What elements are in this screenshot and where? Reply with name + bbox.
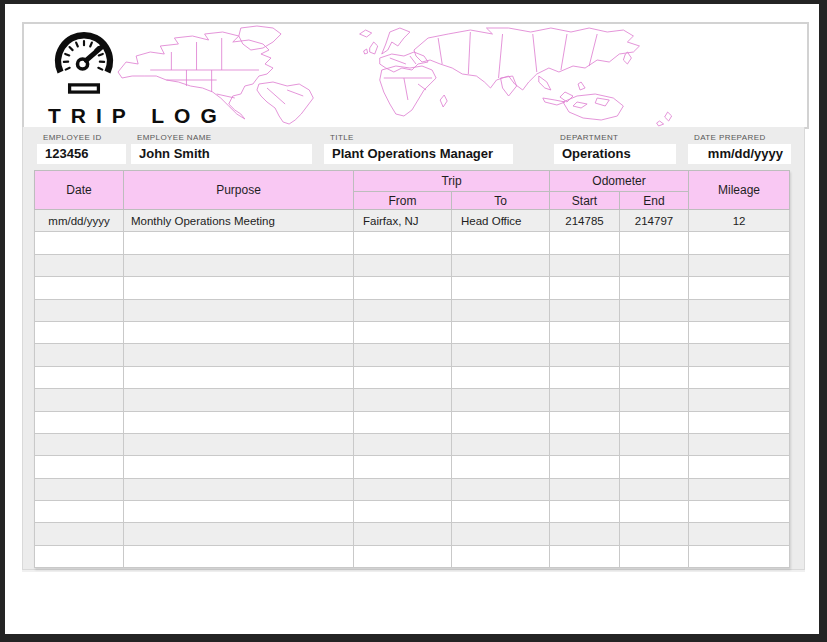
cell-start[interactable] — [550, 254, 620, 276]
cell-end[interactable] — [620, 344, 689, 366]
cell-to[interactable] — [452, 277, 550, 299]
cell-mileage[interactable] — [689, 277, 790, 299]
cell-mileage[interactable] — [689, 389, 790, 411]
cell-to[interactable] — [452, 433, 550, 455]
employee-name-input[interactable]: John Smith — [131, 144, 312, 164]
cell-date[interactable] — [35, 501, 124, 523]
cell-mileage[interactable] — [689, 523, 790, 545]
cell-to[interactable] — [452, 254, 550, 276]
cell-purpose[interactable] — [124, 277, 354, 299]
cell-to[interactable] — [452, 389, 550, 411]
cell-from[interactable] — [354, 321, 452, 343]
cell-date[interactable] — [35, 254, 124, 276]
cell-to[interactable] — [452, 523, 550, 545]
cell-mileage[interactable] — [689, 501, 790, 523]
cell-end[interactable] — [620, 456, 689, 478]
cell-end[interactable] — [620, 389, 689, 411]
cell-date[interactable] — [35, 344, 124, 366]
date-prepared-input[interactable]: mm/dd/yyyy — [688, 144, 791, 164]
cell-purpose[interactable] — [124, 433, 354, 455]
cell-mileage[interactable] — [689, 411, 790, 433]
cell-purpose[interactable] — [124, 478, 354, 500]
cell-purpose[interactable] — [124, 254, 354, 276]
cell-to[interactable] — [452, 366, 550, 388]
employee-id-input[interactable]: 123456 — [37, 144, 126, 164]
cell-mileage[interactable] — [689, 478, 790, 500]
cell-date[interactable] — [35, 411, 124, 433]
cell-end[interactable] — [620, 299, 689, 321]
cell-to[interactable] — [452, 478, 550, 500]
department-input[interactable]: Operations — [554, 144, 676, 164]
cell-from[interactable] — [354, 366, 452, 388]
cell-start[interactable] — [550, 411, 620, 433]
cell-to[interactable] — [452, 545, 550, 567]
cell-purpose[interactable] — [124, 299, 354, 321]
cell-to[interactable] — [452, 501, 550, 523]
cell-start[interactable] — [550, 299, 620, 321]
cell-from[interactable] — [354, 411, 452, 433]
cell-purpose[interactable] — [124, 545, 354, 567]
cell-start[interactable] — [550, 478, 620, 500]
cell-start[interactable] — [550, 456, 620, 478]
cell-from[interactable] — [354, 277, 452, 299]
cell-end[interactable] — [620, 232, 689, 254]
cell-to[interactable] — [452, 456, 550, 478]
cell-end[interactable] — [620, 366, 689, 388]
cell-date[interactable]: mm/dd/yyyy — [35, 210, 124, 232]
cell-from[interactable] — [354, 344, 452, 366]
cell-purpose[interactable] — [124, 321, 354, 343]
cell-from[interactable] — [354, 456, 452, 478]
cell-start[interactable] — [550, 523, 620, 545]
cell-end[interactable]: 214797 — [620, 210, 689, 232]
cell-purpose[interactable] — [124, 523, 354, 545]
cell-mileage[interactable] — [689, 456, 790, 478]
cell-date[interactable] — [35, 232, 124, 254]
cell-purpose[interactable] — [124, 501, 354, 523]
cell-start[interactable]: 214785 — [550, 210, 620, 232]
cell-purpose[interactable] — [124, 389, 354, 411]
cell-to[interactable]: Head Office — [452, 210, 550, 232]
cell-to[interactable] — [452, 344, 550, 366]
cell-date[interactable] — [35, 277, 124, 299]
cell-from[interactable] — [354, 523, 452, 545]
title-input[interactable]: Plant Operations Manager — [324, 144, 513, 164]
cell-from[interactable] — [354, 501, 452, 523]
cell-mileage[interactable] — [689, 299, 790, 321]
cell-purpose[interactable]: Monthly Operations Meeting — [124, 210, 354, 232]
cell-start[interactable] — [550, 232, 620, 254]
cell-end[interactable] — [620, 478, 689, 500]
cell-date[interactable] — [35, 366, 124, 388]
cell-date[interactable] — [35, 523, 124, 545]
cell-start[interactable] — [550, 501, 620, 523]
cell-start[interactable] — [550, 321, 620, 343]
cell-from[interactable] — [354, 545, 452, 567]
cell-purpose[interactable] — [124, 456, 354, 478]
cell-start[interactable] — [550, 433, 620, 455]
cell-start[interactable] — [550, 545, 620, 567]
cell-from[interactable] — [354, 433, 452, 455]
cell-end[interactable] — [620, 277, 689, 299]
cell-mileage[interactable] — [689, 232, 790, 254]
cell-from[interactable] — [354, 299, 452, 321]
cell-end[interactable] — [620, 501, 689, 523]
cell-purpose[interactable] — [124, 344, 354, 366]
cell-end[interactable] — [620, 254, 689, 276]
cell-end[interactable] — [620, 411, 689, 433]
cell-mileage[interactable] — [689, 433, 790, 455]
cell-to[interactable] — [452, 232, 550, 254]
cell-date[interactable] — [35, 299, 124, 321]
cell-from[interactable] — [354, 389, 452, 411]
cell-mileage[interactable]: 12 — [689, 210, 790, 232]
cell-end[interactable] — [620, 433, 689, 455]
cell-date[interactable] — [35, 545, 124, 567]
cell-date[interactable] — [35, 321, 124, 343]
cell-start[interactable] — [550, 366, 620, 388]
cell-end[interactable] — [620, 523, 689, 545]
cell-end[interactable] — [620, 545, 689, 567]
cell-purpose[interactable] — [124, 366, 354, 388]
cell-date[interactable] — [35, 433, 124, 455]
cell-end[interactable] — [620, 321, 689, 343]
cell-to[interactable] — [452, 321, 550, 343]
cell-purpose[interactable] — [124, 232, 354, 254]
cell-purpose[interactable] — [124, 411, 354, 433]
